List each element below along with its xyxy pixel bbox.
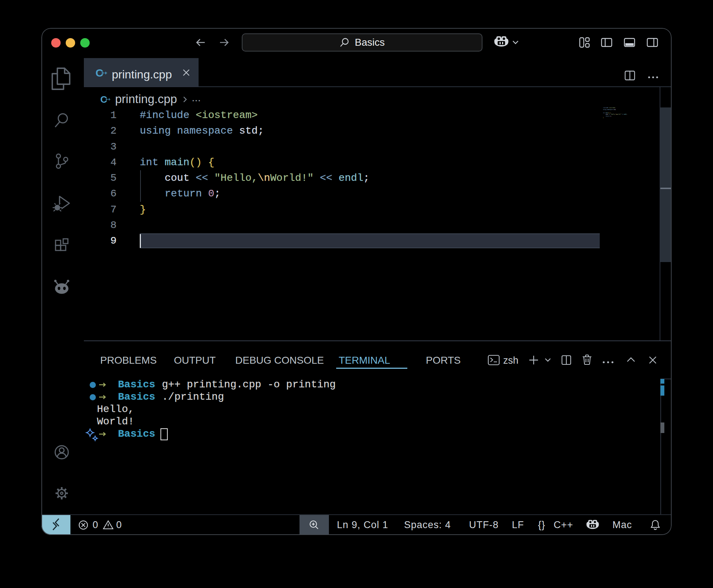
svg-text:++: ++ xyxy=(105,97,110,102)
svg-text:++: ++ xyxy=(101,70,107,76)
